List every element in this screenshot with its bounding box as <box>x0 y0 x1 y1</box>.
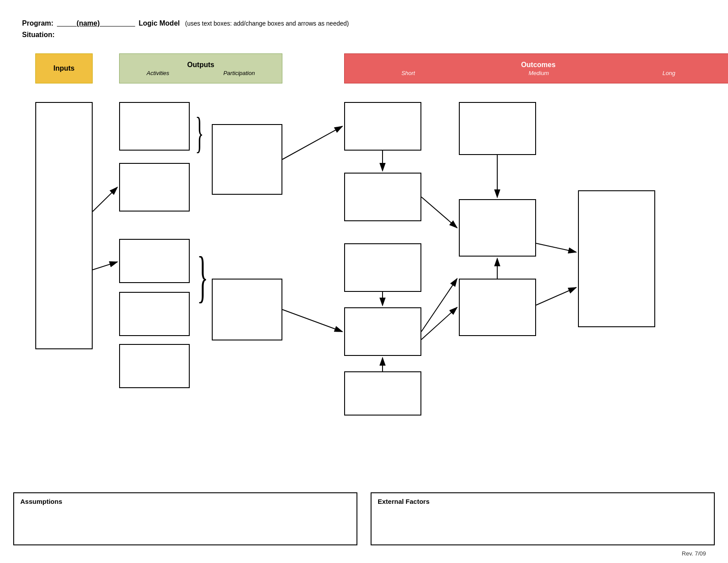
activity-box-2[interactable] <box>119 163 190 212</box>
subtitle-text: (uses text boxes: add/change boxes and a… <box>185 19 349 28</box>
activity-box-3[interactable] <box>119 239 190 283</box>
svg-line-9 <box>421 279 457 332</box>
program-name[interactable]: _____(name)_________ <box>57 18 135 29</box>
situation-line: Situation: <box>22 29 706 41</box>
external-factors-box[interactable]: External Factors <box>371 492 715 545</box>
brace-top: } <box>195 111 203 155</box>
assumptions-box[interactable]: Assumptions <box>13 492 357 545</box>
svg-line-7 <box>421 197 457 228</box>
medium-outcome-1[interactable] <box>459 102 536 155</box>
inputs-box[interactable] <box>35 102 93 349</box>
svg-line-3 <box>93 262 117 270</box>
activity-box-4[interactable] <box>119 292 190 336</box>
svg-line-10 <box>421 307 457 340</box>
rev-label: Rev. 7/09 <box>682 550 706 557</box>
assumptions-title: Assumptions <box>20 498 350 505</box>
long-outcome-1[interactable] <box>578 190 655 327</box>
diagram: Inputs Outputs Activities Participation … <box>22 53 706 473</box>
header: Program: _____(name)_________ Logic Mode… <box>22 18 706 40</box>
outcomes-sub3: Long <box>662 70 675 76</box>
inputs-header: Inputs <box>35 53 93 83</box>
short-outcome-4[interactable] <box>344 307 421 356</box>
situation-label: Situation: <box>22 31 55 38</box>
outputs-sublabels: Activities Participation <box>120 70 282 76</box>
activity-box-5[interactable] <box>119 344 190 388</box>
outputs-sub2: Participation <box>223 70 255 76</box>
bottom-section: Assumptions External Factors <box>13 492 715 545</box>
outputs-label: Outputs <box>187 61 214 69</box>
logic-model-label: Logic Model <box>139 18 180 29</box>
outcomes-sub1: Short <box>402 70 415 76</box>
participation-box-1[interactable] <box>212 124 282 195</box>
outcomes-sublabels: Short Medium Long <box>345 70 728 76</box>
outcomes-header: Outcomes Short Medium Long <box>344 53 728 83</box>
short-outcome-2[interactable] <box>344 173 421 221</box>
medium-outcome-2[interactable] <box>459 199 536 257</box>
outcomes-label: Outcomes <box>521 61 555 69</box>
medium-outcome-3[interactable] <box>459 279 536 336</box>
svg-line-4 <box>282 126 342 159</box>
brace-bottom: } <box>197 248 208 305</box>
participation-box-2[interactable] <box>212 279 282 340</box>
short-outcome-5[interactable] <box>344 371 421 416</box>
svg-line-14 <box>536 243 576 252</box>
svg-line-5 <box>282 310 342 332</box>
outputs-header: Outputs Activities Participation <box>119 53 282 83</box>
svg-line-15 <box>536 287 576 305</box>
page: Program: _____(name)_________ Logic Mode… <box>0 0 728 563</box>
inputs-label: Inputs <box>53 64 75 72</box>
external-factors-title: External Factors <box>378 498 708 505</box>
outcomes-sub2: Medium <box>529 70 549 76</box>
short-outcome-3[interactable] <box>344 243 421 292</box>
short-outcome-1[interactable] <box>344 102 421 151</box>
outputs-sub1: Activities <box>146 70 169 76</box>
program-label: Program: <box>22 18 53 29</box>
activity-box-1[interactable] <box>119 102 190 151</box>
svg-line-2 <box>93 187 117 212</box>
program-line: Program: _____(name)_________ Logic Mode… <box>22 18 706 29</box>
